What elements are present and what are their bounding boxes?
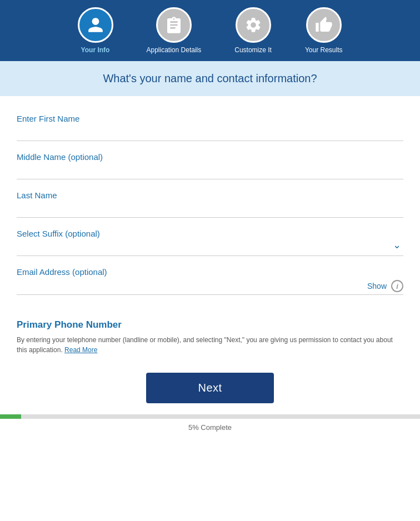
- email-input[interactable]: [17, 282, 367, 291]
- email-label: Email Address (optional): [17, 267, 403, 277]
- step-circle-your-info: [78, 7, 113, 43]
- progress-bar-fill: [0, 414, 21, 419]
- first-name-label: Enter First Name: [17, 114, 403, 123]
- middle-name-input[interactable]: [17, 165, 403, 177]
- gear-icon: [244, 16, 262, 34]
- progress-bar-background: [0, 414, 420, 419]
- person-icon: [87, 16, 104, 34]
- info-icon[interactable]: i: [391, 280, 403, 292]
- main-content: What's your name and contact information…: [0, 61, 420, 445]
- first-name-input[interactable]: [17, 127, 403, 138]
- phone-label: Primary Phone Number: [17, 319, 403, 330]
- phone-section: Primary Phone Number By entering your te…: [0, 310, 420, 362]
- step-label-customize-it: Customize It: [234, 46, 272, 54]
- last-name-input[interactable]: [17, 203, 403, 215]
- step-your-info[interactable]: Your Info: [78, 7, 113, 54]
- step-circle-customize-it: [236, 7, 271, 43]
- step-label-your-results: Your Results: [305, 46, 343, 54]
- next-button[interactable]: Next: [146, 373, 274, 403]
- last-name-label: Last Name: [17, 191, 403, 200]
- step-your-results[interactable]: Your Results: [305, 7, 343, 54]
- thumbs-up-icon: [315, 16, 333, 34]
- read-more-link[interactable]: Read More: [64, 346, 97, 354]
- phone-disclaimer: By entering your telephone number (landl…: [17, 335, 403, 355]
- email-row: Show i: [17, 280, 403, 292]
- step-label-your-info: Your Info: [81, 46, 110, 54]
- first-name-field: Enter First Name: [17, 107, 403, 141]
- step-label-application-details: Application Details: [147, 46, 202, 54]
- suffix-field[interactable]: Select Suffix (optional) Jr. Sr. II III …: [17, 222, 403, 256]
- show-email-button[interactable]: Show: [367, 282, 387, 290]
- progress-section: 5% Complete: [0, 409, 420, 445]
- suffix-label: Select Suffix (optional): [17, 229, 403, 238]
- middle-name-label: Middle Name (optional): [17, 152, 403, 162]
- email-field: Email Address (optional) Show i: [17, 260, 403, 295]
- last-name-field: Last Name: [17, 184, 403, 218]
- header: Your Info Application Details Customize …: [0, 0, 420, 61]
- step-application-details[interactable]: Application Details: [147, 7, 202, 54]
- step-circle-application-details: [156, 7, 192, 43]
- button-section: Next: [0, 362, 420, 409]
- middle-name-field: Middle Name (optional): [17, 146, 403, 179]
- progress-label: 5% Complete: [0, 423, 420, 443]
- form-header: What's your name and contact information…: [0, 61, 420, 96]
- form-heading: What's your name and contact information…: [11, 72, 409, 85]
- form-body: Enter First Name Middle Name (optional) …: [0, 102, 420, 310]
- suffix-select[interactable]: Jr. Sr. II III IV: [17, 242, 403, 253]
- clipboard-icon: [165, 16, 183, 34]
- step-circle-your-results: [306, 7, 342, 43]
- steps-container: Your Info Application Details Customize …: [78, 0, 343, 63]
- step-customize-it[interactable]: Customize It: [234, 7, 272, 54]
